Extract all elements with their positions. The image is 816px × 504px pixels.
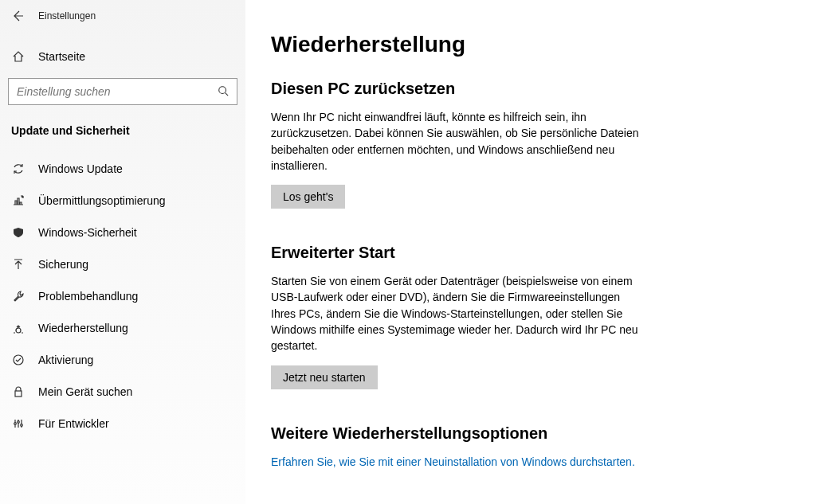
sidebar-item-label: Windows-Sicherheit [38,226,137,239]
sidebar-item-windows-security[interactable]: Windows-Sicherheit [0,217,245,248]
sidebar-item-home[interactable]: Startseite [0,41,245,72]
shield-icon [11,225,26,240]
svg-point-6 [21,424,23,427]
sidebar-item-troubleshoot[interactable]: Problembehandlung [0,280,245,312]
section-reset-pc: Diesen PC zurücksetzen Wenn Ihr PC nicht… [271,80,784,209]
nav-list: Windows Update Übermittlungsoptimierung … [0,153,245,440]
sidebar-item-label: Sicherung [38,258,88,271]
main-content: Wiederherstellung Diesen PC zurücksetzen… [245,0,816,504]
window-title: Einstellungen [38,10,96,21]
titlebar: Einstellungen [0,0,245,32]
optimization-icon [11,193,26,208]
sidebar-item-find-my-device[interactable]: Mein Gerät suchen [0,376,245,408]
section-more-recovery: Weitere Wiederherstellungsoptionen Erfah… [271,424,784,471]
search-icon [218,85,229,99]
section-title: Erweiterter Start [271,244,784,262]
sidebar-item-label: Windows Update [38,162,123,175]
search-box[interactable] [8,78,237,105]
svg-point-2 [14,355,23,365]
section-title: Weitere Wiederherstellungsoptionen [271,424,784,443]
back-icon[interactable] [11,10,24,22]
sidebar-item-delivery-optimization[interactable]: Übermittlungsoptimierung [0,185,245,217]
lock-icon [11,385,26,399]
sidebar-item-label: Wiederherstellung [38,322,128,334]
recovery-icon [11,321,26,335]
restart-now-button[interactable]: Jetzt neu starten [271,365,378,389]
home-icon [11,49,26,64]
category-title: Update und Sicherheit [0,116,245,148]
section-desc: Wenn Ihr PC nicht einwandfrei läuft, kön… [271,109,645,174]
sidebar-item-recovery[interactable]: Wiederherstellung [0,312,245,344]
reset-pc-button[interactable]: Los geht's [271,185,345,209]
wrench-icon [11,289,26,303]
section-desc: Starten Sie von einem Gerät oder Datentr… [271,273,645,354]
fresh-start-link[interactable]: Erfahren Sie, wie Sie mit einer Neuinsta… [271,454,635,471]
sidebar-item-label: Problembehandlung [38,290,138,303]
sidebar-item-label: Übermittlungsoptimierung [38,194,166,207]
sidebar-item-windows-update[interactable]: Windows Update [0,153,245,185]
sidebar-item-activation[interactable]: Aktivierung [0,344,245,376]
backup-icon [11,257,26,272]
sidebar-item-label: Aktivierung [38,354,93,366]
sidebar-item-label: Startseite [38,50,85,63]
svg-point-4 [14,423,17,425]
svg-rect-3 [15,391,22,397]
svg-point-0 [219,86,226,93]
sidebar-item-backup[interactable]: Sicherung [0,248,245,280]
page-title: Wiederherstellung [271,32,784,57]
sidebar-item-for-developers[interactable]: Für Entwickler [0,408,245,440]
section-advanced-startup: Erweiterter Start Starten Sie von einem … [271,244,784,389]
section-title: Diesen PC zurücksetzen [271,80,784,98]
sidebar-item-label: Mein Gerät suchen [38,385,132,398]
sidebar: Einstellungen Startseite Update und Sich… [0,0,245,504]
svg-point-5 [18,421,20,424]
sidebar-item-label: Für Entwickler [38,417,109,430]
developer-icon [11,416,26,431]
search-input[interactable] [17,85,218,98]
activation-icon [11,353,26,367]
sync-icon [11,162,26,176]
